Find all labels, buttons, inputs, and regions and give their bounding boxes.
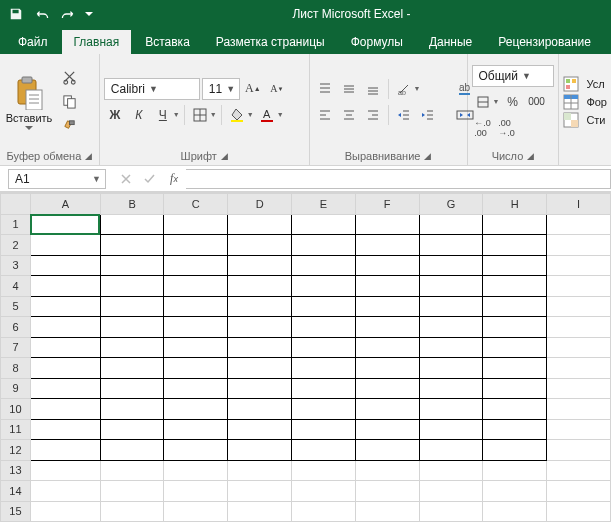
cell-H2[interactable] [483, 235, 547, 256]
cell-G4[interactable] [419, 276, 483, 297]
cell-A12[interactable] [30, 440, 100, 461]
cell-A15[interactable] [30, 501, 100, 522]
chevron-down-icon[interactable]: ▼ [210, 111, 217, 118]
format-as-table-button[interactable]: Фор [563, 94, 607, 110]
cell-I2[interactable] [547, 235, 611, 256]
cell-H10[interactable] [483, 399, 547, 420]
cell-G2[interactable] [419, 235, 483, 256]
fill-color-icon[interactable] [226, 104, 248, 126]
cell-G7[interactable] [419, 337, 483, 358]
cell-A3[interactable] [30, 255, 100, 276]
tab-home[interactable]: Главная [62, 30, 132, 54]
decrease-font-icon[interactable]: A▼ [266, 78, 288, 100]
cell-F10[interactable] [355, 399, 419, 420]
decrease-indent-icon[interactable] [393, 104, 415, 126]
cell-C7[interactable] [164, 337, 228, 358]
cell-E13[interactable] [292, 460, 356, 481]
cell-G10[interactable] [419, 399, 483, 420]
col-header-A[interactable]: A [30, 194, 100, 215]
cell-C1[interactable] [164, 214, 228, 235]
cell-E8[interactable] [292, 358, 356, 379]
number-format-combo[interactable]: Общий▼ [472, 65, 554, 87]
cell-E3[interactable] [292, 255, 356, 276]
align-right-icon[interactable] [362, 104, 384, 126]
cell-C2[interactable] [164, 235, 228, 256]
row-header-13[interactable]: 13 [1, 460, 31, 481]
name-box[interactable]: A1 ▼ [8, 169, 106, 189]
row-header-5[interactable]: 5 [1, 296, 31, 317]
cell-I8[interactable] [547, 358, 611, 379]
cell-C8[interactable] [164, 358, 228, 379]
cell-D3[interactable] [228, 255, 292, 276]
cell-F1[interactable] [355, 214, 419, 235]
paste-button[interactable]: Вставить [4, 65, 54, 139]
borders-icon[interactable] [189, 104, 211, 126]
conditional-formatting-button[interactable]: Усл [563, 76, 607, 92]
cell-E10[interactable] [292, 399, 356, 420]
col-header-D[interactable]: D [228, 194, 292, 215]
cell-F5[interactable] [355, 296, 419, 317]
font-name-combo[interactable]: Calibri▼ [104, 78, 200, 100]
cell-D11[interactable] [228, 419, 292, 440]
cell-H11[interactable] [483, 419, 547, 440]
cell-B14[interactable] [100, 481, 164, 502]
cell-C3[interactable] [164, 255, 228, 276]
cell-E9[interactable] [292, 378, 356, 399]
cell-G13[interactable] [419, 460, 483, 481]
row-header-3[interactable]: 3 [1, 255, 31, 276]
chevron-down-icon[interactable]: ▼ [247, 111, 254, 118]
col-header-B[interactable]: B [100, 194, 164, 215]
cell-G9[interactable] [419, 378, 483, 399]
col-header-H[interactable]: H [483, 194, 547, 215]
increase-decimal-icon[interactable]: ←.0.00 [472, 117, 494, 139]
formula-input[interactable] [186, 169, 611, 189]
cell-A9[interactable] [30, 378, 100, 399]
cell-C15[interactable] [164, 501, 228, 522]
cell-G14[interactable] [419, 481, 483, 502]
cell-F2[interactable] [355, 235, 419, 256]
tab-insert[interactable]: Вставка [133, 30, 202, 54]
cell-B3[interactable] [100, 255, 164, 276]
cell-C6[interactable] [164, 317, 228, 338]
cell-A5[interactable] [30, 296, 100, 317]
row-header-10[interactable]: 10 [1, 399, 31, 420]
row-header-2[interactable]: 2 [1, 235, 31, 256]
enter-formula-icon[interactable] [138, 169, 162, 189]
row-header-4[interactable]: 4 [1, 276, 31, 297]
cell-H1[interactable] [483, 214, 547, 235]
cell-H6[interactable] [483, 317, 547, 338]
comma-style-icon[interactable]: 000 [525, 91, 547, 113]
cell-E4[interactable] [292, 276, 356, 297]
cell-H8[interactable] [483, 358, 547, 379]
cell-A4[interactable] [30, 276, 100, 297]
cell-B6[interactable] [100, 317, 164, 338]
row-header-7[interactable]: 7 [1, 337, 31, 358]
cell-I5[interactable] [547, 296, 611, 317]
align-bottom-icon[interactable] [362, 78, 384, 100]
orientation-icon[interactable]: ab [393, 78, 415, 100]
font-size-combo[interactable]: 11▼ [202, 78, 240, 100]
spreadsheet-grid[interactable]: ABCDEFGHI123456789101112131415 [0, 192, 611, 522]
cell-I7[interactable] [547, 337, 611, 358]
cell-F11[interactable] [355, 419, 419, 440]
cell-F7[interactable] [355, 337, 419, 358]
cell-I12[interactable] [547, 440, 611, 461]
increase-indent-icon[interactable] [417, 104, 439, 126]
cell-H3[interactable] [483, 255, 547, 276]
row-header-15[interactable]: 15 [1, 501, 31, 522]
cell-I1[interactable] [547, 214, 611, 235]
alignment-launcher-icon[interactable]: ◢ [424, 151, 431, 161]
format-painter-icon[interactable] [58, 115, 80, 137]
cancel-formula-icon[interactable] [114, 169, 138, 189]
cell-F6[interactable] [355, 317, 419, 338]
cell-D9[interactable] [228, 378, 292, 399]
chevron-down-icon[interactable]: ▼ [277, 111, 284, 118]
col-header-I[interactable]: I [547, 194, 611, 215]
cell-I15[interactable] [547, 501, 611, 522]
cell-E1[interactable] [292, 214, 356, 235]
cell-C14[interactable] [164, 481, 228, 502]
cell-C11[interactable] [164, 419, 228, 440]
cell-I11[interactable] [547, 419, 611, 440]
cell-I14[interactable] [547, 481, 611, 502]
cell-D5[interactable] [228, 296, 292, 317]
